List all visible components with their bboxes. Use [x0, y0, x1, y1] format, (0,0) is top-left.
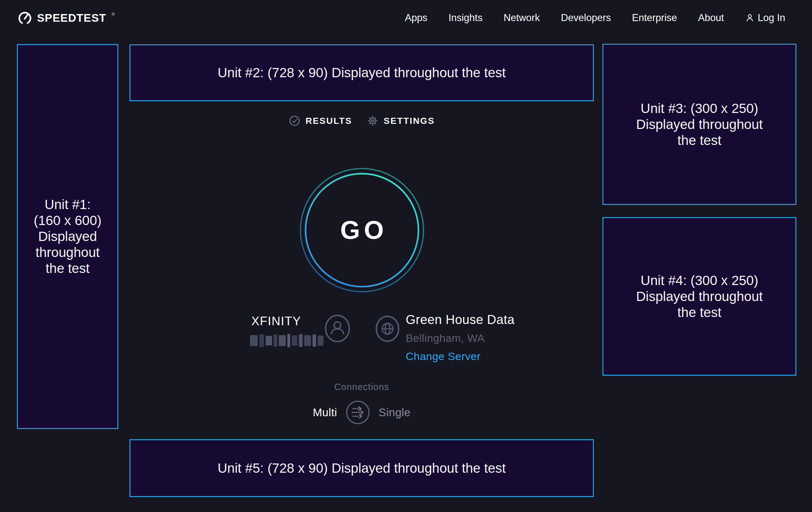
isp-name: XFINITY [225, 315, 327, 328]
ad-text-line: the test [677, 132, 721, 149]
top-nav: SPEEDTEST ® Apps Insights Network Develo… [0, 0, 812, 36]
tab-settings[interactable]: SETTINGS [367, 115, 435, 127]
nav-item-network[interactable]: Network [503, 12, 540, 24]
ad-text-line: throughout [36, 244, 100, 261]
ad-text-line: Displayed [38, 228, 97, 244]
result-settings-tabs: RESULTS SETTINGS [129, 115, 594, 127]
ad-text-line: Unit #4: (300 x 250) [641, 273, 758, 289]
ad-text-line: Unit #1: [45, 197, 91, 213]
server-location: Bellingham, WA [406, 332, 515, 344]
ad-text-line: Displayed throughout [636, 116, 763, 132]
tab-results-label: RESULTS [306, 116, 352, 126]
speedtest-logo[interactable]: SPEEDTEST ® [18, 10, 114, 25]
connections-toggle-icon[interactable] [345, 400, 370, 425]
gauge-icon [18, 10, 32, 25]
person-icon [745, 13, 755, 23]
nav-item-insights[interactable]: Insights [448, 12, 483, 24]
ad-text-line: (160 x 600) [34, 213, 102, 228]
server-info: Green House Data Bellingham, WA Change S… [406, 313, 515, 362]
ad-unit-2-728x90: Unit #2: (728 x 90) Displayed throughout… [129, 44, 594, 101]
main-nav: Apps Insights Network Developers Enterpr… [405, 12, 785, 24]
connections-multi-label[interactable]: Multi [313, 406, 337, 419]
change-server-link[interactable]: Change Server [406, 350, 515, 362]
ad-text-line: Unit #2: (728 x 90) Displayed throughout… [218, 65, 506, 81]
gear-icon [367, 115, 379, 127]
ad-unit-3-300x250: Unit #3: (300 x 250) Displayed throughou… [603, 44, 796, 205]
nav-item-apps[interactable]: Apps [405, 12, 427, 24]
login-button[interactable]: Log In [745, 12, 785, 24]
connections-section: Connections Multi Single [129, 382, 594, 425]
trademark-mark: ® [112, 12, 115, 17]
ad-unit-5-728x90: Unit #5: (728 x 90) Displayed throughout… [129, 439, 594, 497]
connections-single-label[interactable]: Single [379, 406, 410, 419]
check-circle-icon [289, 115, 300, 127]
login-label: Log In [758, 12, 785, 24]
nav-item-enterprise[interactable]: Enterprise [632, 12, 677, 24]
go-button[interactable]: GO [298, 166, 426, 294]
connection-info: XFINITY Green House Data Bellingham, WA [129, 308, 594, 372]
tab-settings-label: SETTINGS [384, 116, 435, 126]
nav-item-developers[interactable]: Developers [561, 12, 611, 24]
ad-unit-1-160x600: Unit #1: (160 x 600) Displayed throughou… [17, 44, 118, 429]
brand-name: SPEEDTEST [37, 11, 106, 24]
ip-address-redacted [250, 333, 323, 348]
nav-item-about[interactable]: About [698, 12, 724, 24]
speedtest-page: SPEEDTEST ® Apps Insights Network Develo… [0, 0, 812, 512]
ad-text-line: the test [46, 261, 90, 276]
ad-text-line: Unit #3: (300 x 250) [641, 101, 758, 116]
connections-toggle-row: Multi Single [129, 400, 594, 425]
go-button-label: GO [298, 166, 426, 294]
ad-text-line: Unit #5: (728 x 90) Displayed throughout… [218, 460, 506, 476]
isp-person-icon [324, 314, 350, 343]
connections-heading: Connections [129, 382, 594, 392]
server-name: Green House Data [406, 313, 515, 327]
tab-results[interactable]: RESULTS [289, 115, 352, 127]
ad-unit-4-300x250: Unit #4: (300 x 250) Displayed throughou… [603, 217, 796, 376]
ad-text-line: Displayed throughout [636, 289, 763, 304]
ad-text-line: the test [677, 304, 721, 321]
server-globe-icon [375, 315, 400, 343]
